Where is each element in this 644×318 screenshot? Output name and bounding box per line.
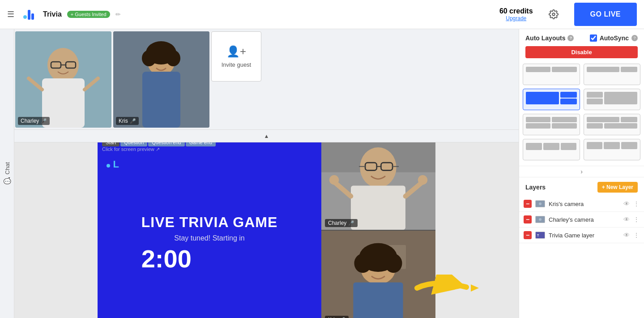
svg-point-29 (329, 175, 339, 185)
charley-guest-label: Charley 🎤 (18, 117, 50, 125)
layer-item-kris-camera: − Kris's camera 👁 ⋮ (519, 196, 644, 212)
layer-item-trivia-game: − T Trivia Game layer 👁 ⋮ (519, 228, 644, 243)
stage: Start Question Question end Game end Cli… (98, 142, 435, 318)
chevron-up-icon: ▲ (264, 133, 269, 139)
auto-layouts-title: Auto Layouts ? (525, 34, 574, 42)
camera-feed-kris: Kris 🎤 (321, 231, 435, 318)
layer-visibility-trivia-game[interactable]: 👁 (623, 232, 630, 239)
preview-area: Start Question Question end Game end Cli… (14, 142, 519, 318)
guest-thumb-kris[interactable]: Kris 🎤 (113, 31, 209, 128)
trivia-content: LIVE TRIVIA GAME Stay tuned! Starting in… (141, 196, 278, 273)
content-area: Charley 🎤 (14, 29, 519, 318)
layout-option-8[interactable] (584, 139, 641, 160)
auto-layouts-help-icon[interactable]: ? (567, 35, 574, 41)
svg-point-0 (23, 15, 27, 19)
svg-rect-1 (28, 10, 30, 20)
layer-thumb-kris-camera (535, 200, 545, 207)
invite-label: Invite guest (222, 61, 252, 68)
camera-feed-charley: Charley 🎤 (321, 142, 435, 231)
tab-start[interactable]: Start (102, 142, 119, 146)
trivia-panel: Start Question Question end Game end Cli… (98, 142, 321, 318)
guest-thumb-charley[interactable]: Charley 🎤 (15, 31, 111, 128)
layer-more-kris-camera[interactable]: ⋮ (633, 200, 640, 207)
charley-feed-mic-icon: 🎤 (348, 220, 354, 226)
chat-label: 💬 Chat (4, 162, 11, 185)
layer-visibility-charley-camera[interactable]: 👁 (623, 216, 630, 223)
svg-point-44 (539, 218, 542, 221)
svg-marker-40 (471, 284, 479, 292)
layer-thumb-trivia-game: T (535, 232, 545, 239)
screen-preview-label: Click for screen preview ↗ (102, 146, 160, 152)
settings-icon[interactable] (546, 6, 562, 22)
autosync-label: AutoSync (600, 34, 629, 42)
autosync-checkbox[interactable] (590, 34, 597, 42)
svg-text:T: T (537, 234, 539, 237)
layout-option-7[interactable] (523, 139, 580, 160)
chat-sidebar[interactable]: 💬 Chat (0, 29, 14, 318)
svg-rect-21 (351, 186, 405, 230)
kris-feed-label: Kris 🎤 (325, 316, 349, 318)
app-title: Trivia (43, 10, 62, 18)
svg-point-30 (418, 175, 427, 185)
menu-icon[interactable]: ☰ (7, 9, 14, 19)
layer-more-charley-camera[interactable]: ⋮ (633, 216, 640, 223)
upgrade-link[interactable]: Upgrade (499, 15, 533, 21)
svg-point-3 (552, 13, 555, 16)
kris-avatar (113, 31, 209, 128)
layout-option-6[interactable] (584, 114, 641, 135)
main-layout: 💬 Chat (0, 29, 644, 318)
svg-point-37 (385, 254, 402, 273)
invite-guest-button[interactable]: 👤+ Invite guest (211, 31, 261, 82)
layer-remove-charley-camera[interactable]: − (524, 215, 532, 223)
layout-option-1[interactable] (523, 64, 580, 85)
svg-point-42 (539, 202, 542, 205)
disable-button[interactable]: Disable (525, 46, 638, 58)
trivia-title: LIVE TRIVIA GAME (141, 214, 278, 231)
layers-header: Layers + New Layer (519, 177, 644, 196)
screen-preview-link[interactable]: Click for screen preview ↗ (102, 146, 160, 152)
charley-mic-off-icon: 🎤 (41, 118, 47, 124)
invite-icon: 👤+ (226, 45, 246, 58)
layout-option-5[interactable] (523, 114, 580, 135)
svg-point-15 (142, 50, 156, 66)
go-live-button[interactable]: GO LIVE (574, 3, 637, 26)
svg-rect-38 (353, 283, 403, 318)
credits-display: 60 credits Upgrade (499, 7, 533, 21)
tab-question-end[interactable]: Question end (148, 142, 184, 146)
kris-guest-label: Kris 🎤 (116, 117, 139, 125)
layer-item-charley-camera: − Charley's camera 👁 ⋮ (519, 212, 644, 228)
layer-visibility-kris-camera[interactable]: 👁 (623, 200, 630, 207)
layer-more-trivia-game[interactable]: ⋮ (633, 232, 640, 239)
svg-point-36 (354, 254, 371, 273)
tab-game-end[interactable]: Game end (186, 142, 216, 146)
svg-rect-17 (142, 72, 180, 128)
autosync-row: AutoSync ? (590, 34, 638, 42)
header: ☰ Trivia + Guests Invited ✏ 60 credits U… (0, 0, 644, 29)
layer-name-trivia-game: Trivia Game layer (549, 232, 620, 239)
trivia-subtitle: Stay tuned! Starting in (141, 234, 278, 242)
layer-thumb-charley-camera (535, 216, 545, 223)
expand-row[interactable]: › (519, 166, 644, 177)
layer-name-charley-camera: Charley's camera (549, 216, 620, 223)
charley-feed-label: Charley 🎤 (325, 219, 358, 227)
layer-remove-kris-camera[interactable]: − (524, 200, 532, 208)
layer-remove-trivia-game[interactable]: − (524, 231, 532, 239)
autosync-help-icon[interactable]: ? (631, 35, 638, 41)
layout-option-3[interactable] (523, 89, 580, 110)
kris-mic-off-icon: 🎤 (130, 118, 136, 124)
layout-option-2[interactable] (584, 64, 641, 85)
new-layer-button[interactable]: + New Layer (597, 182, 638, 193)
camera-feeds: Charley 🎤 (321, 142, 435, 318)
layer-name-kris-camera: Kris's camera (549, 201, 620, 207)
trivia-timer: 2:00 (141, 244, 278, 273)
collapse-strip-button[interactable]: ▲ (14, 130, 519, 142)
svg-rect-2 (31, 13, 34, 20)
tab-question[interactable]: Question (120, 142, 147, 146)
svg-point-16 (166, 50, 180, 66)
chevron-right-icon[interactable]: › (580, 168, 583, 175)
layout-option-4[interactable] (584, 89, 641, 110)
studio-logo-mark: L (107, 159, 119, 170)
edit-icon[interactable]: ✏ (115, 11, 121, 18)
credits-amount: 60 credits (499, 7, 533, 15)
logo-l: L (113, 159, 119, 170)
